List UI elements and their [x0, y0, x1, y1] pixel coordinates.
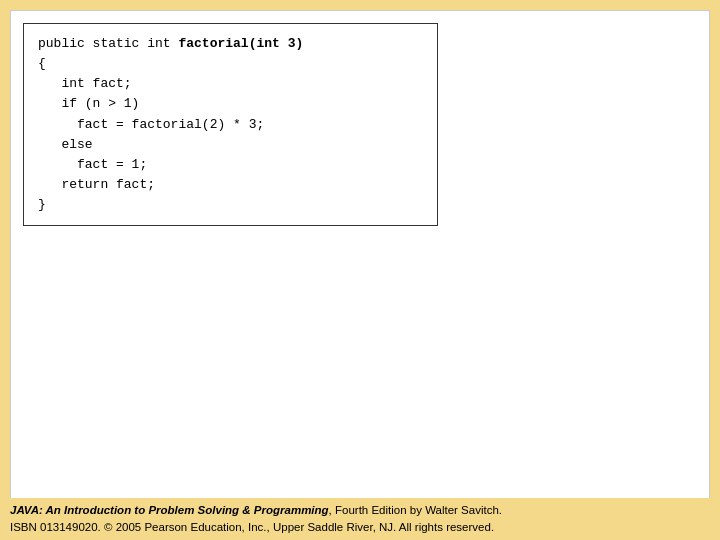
code-line-1: public static int factorial(int 3) — [38, 34, 423, 54]
code-text-6: else — [38, 137, 93, 152]
code-text-1b: factorial(int 3) — [178, 36, 303, 51]
code-line-4: if (n > 1) — [38, 94, 423, 114]
code-text-2: { — [38, 56, 46, 71]
code-display-box: public static int factorial(int 3) { int… — [23, 23, 438, 226]
code-text-5: fact = factorial(2) * 3; — [38, 117, 264, 132]
main-content-area: public static int factorial(int 3) { int… — [10, 10, 710, 508]
footer-line-2: ISBN 013149020. © 2005 Pearson Education… — [10, 519, 710, 536]
code-line-2: { — [38, 54, 423, 74]
footer-line1-normal: , Fourth Edition by Walter Savitch. — [329, 504, 502, 516]
code-text-3: int fact; — [38, 76, 132, 91]
code-text-8: return fact; — [38, 177, 155, 192]
code-line-5: fact = factorial(2) * 3; — [38, 115, 423, 135]
code-text-7: fact = 1; — [38, 157, 147, 172]
code-line-8: return fact; — [38, 175, 423, 195]
code-text-1a: public static int — [38, 36, 178, 51]
code-line-7: fact = 1; — [38, 155, 423, 175]
code-text-4: if (n > 1) — [38, 96, 139, 111]
code-line-6: else — [38, 135, 423, 155]
code-line-9: } — [38, 195, 423, 215]
footer-line-1: JAVA: An Introduction to Problem Solving… — [10, 502, 710, 519]
book-title: JAVA: An Introduction to Problem Solving… — [10, 504, 329, 516]
code-text-9: } — [38, 197, 46, 212]
footer: JAVA: An Introduction to Problem Solving… — [0, 498, 720, 541]
code-line-3: int fact; — [38, 74, 423, 94]
